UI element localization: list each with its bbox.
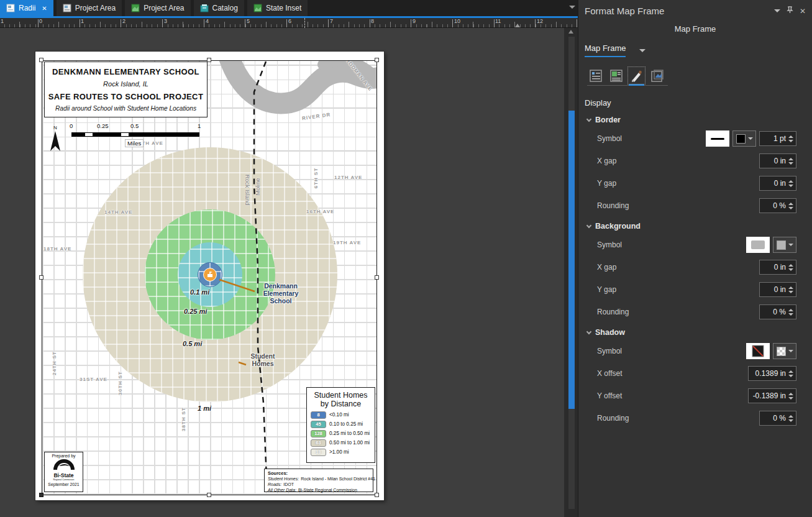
background-xgap-label: X gap [597, 263, 759, 272]
ruler-mark: 12 [537, 18, 543, 24]
layout-canvas[interactable]: 0.1 mi 0.25 mi 0.5 mi 1 mi Denkmann Elem… [0, 28, 564, 517]
ruler-mark: 9 [413, 18, 416, 24]
shadow-color-dropdown[interactable] [773, 343, 796, 359]
shadow-expander[interactable]: Shadow [587, 328, 812, 337]
spinner-arrows[interactable] [788, 135, 796, 142]
selection-handle-top-mid[interactable] [207, 58, 211, 62]
background-symbol-row: Symbol [597, 237, 796, 253]
spinner-arrows[interactable] [788, 370, 796, 377]
spinner-arrows[interactable] [788, 309, 796, 316]
source-key: Roads: [268, 482, 281, 487]
scale-bar-graphic [71, 132, 199, 137]
doc-tab-project-area-layout[interactable]: Project Area [57, 0, 122, 16]
background-rounding-input[interactable]: 0 % [759, 304, 796, 319]
map-project-title: SAFE ROUTES TO SCHOOL PROJECT [48, 92, 204, 101]
ring-label: 0.25 mi [184, 308, 207, 315]
layout-page: 0.1 mi 0.25 mi 0.5 mi 1 mi Denkmann Elem… [35, 52, 384, 500]
border-rounding-label: Rounding [597, 201, 759, 210]
border-expander[interactable]: Border [587, 116, 812, 124]
selection-handle-mid-left[interactable] [39, 275, 43, 280]
close-pane-icon[interactable]: ✕ [800, 7, 806, 16]
selection-handle-top-left[interactable] [39, 58, 43, 62]
border-xgap-input[interactable]: 0 in [759, 153, 796, 168]
spinner-arrows[interactable] [788, 393, 796, 400]
border-ygap-value: 0 in [760, 179, 788, 188]
border-rounding-input[interactable]: 0 % [759, 198, 796, 213]
selection-handle-top-right[interactable] [375, 58, 379, 62]
legend-box: Student Homes by Distance 8 <0.10 mi 45 … [306, 387, 375, 463]
border-width-input[interactable]: 1 pt [759, 131, 796, 146]
ruler-mark: 7 [330, 18, 333, 24]
color-chip-no-color [777, 347, 786, 356]
spinner-arrows[interactable] [788, 203, 796, 209]
pin-icon[interactable] [787, 6, 793, 16]
collapse-chevron-icon [586, 116, 591, 121]
spinner-arrows[interactable] [788, 264, 796, 271]
doc-tab-project-area-map[interactable]: Project Area [125, 0, 190, 16]
background-color-dropdown[interactable] [773, 237, 796, 253]
background-ygap-row: Y gap 0 in [597, 281, 796, 298]
border-symbol-button[interactable] [706, 130, 729, 147]
map-title-block: DENKMANN ELEMENTARY SCHOOL Rock Island, … [44, 62, 208, 117]
ruler-mark: 10 [454, 18, 460, 24]
border-color-dropdown[interactable] [732, 130, 756, 147]
student-homes-line: Student [242, 353, 283, 360]
color-chip-black [736, 134, 746, 144]
horizontal-ruler: 1 0 1 2 3 4 5 6 7 8 9 10 11 12 [0, 18, 578, 28]
shadow-xoffset-row: X offset 0.1389 in [597, 365, 796, 382]
credit-date: September 2021 [45, 482, 83, 487]
school-point-marker [203, 268, 217, 281]
sources-heading: Sources: [268, 470, 370, 476]
map-title: DENKMANN ELEMENTARY SCHOOL [52, 67, 199, 76]
display-section-heading: Display [585, 98, 812, 108]
shadow-yoffset-input[interactable]: -0.1389 in [748, 388, 796, 403]
doc-tab-state-inset[interactable]: State Inset [247, 0, 308, 16]
ruler-mark: 4 [206, 18, 209, 24]
background-xgap-row: X gap 0 in [597, 259, 796, 275]
background-expander[interactable]: Background [587, 222, 812, 231]
selection-handle-bottom-left[interactable] [39, 493, 43, 497]
spinner-arrows[interactable] [788, 415, 796, 422]
shadow-rounding-input[interactable]: 0 % [759, 411, 796, 426]
layout-view-area: Radii ✕ Project Area Project Area Catal [0, 0, 578, 517]
shadow-symbol-button[interactable] [746, 343, 770, 359]
map-frame[interactable]: 0.1 mi 0.25 mi 0.5 mi 1 mi Denkmann Elem… [42, 60, 377, 495]
spinner-arrows[interactable] [788, 180, 796, 187]
shadow-xoffset-value: 0.1389 in [749, 369, 788, 378]
spinner-arrows[interactable] [788, 286, 796, 293]
pane-menu-icon[interactable] [774, 9, 780, 12]
tab-list-dropdown-icon[interactable] [569, 6, 575, 9]
north-arrow: N [48, 125, 62, 155]
spinner-arrows[interactable] [788, 158, 796, 165]
student-homes-callout-label: Student Homes [242, 353, 283, 368]
vertical-scrollbar[interactable] [564, 28, 578, 517]
sources-line: Roads:IDOT [268, 482, 370, 487]
background-symbol-button[interactable] [746, 237, 770, 253]
legend-swatch: 45 [311, 421, 326, 428]
legend-label: 0.10 to 0.25 mi [329, 421, 363, 427]
background-xgap-input[interactable]: 0 in [759, 260, 796, 275]
selection-handle-mid-right[interactable] [375, 275, 379, 280]
tab-placement-icon[interactable] [649, 67, 665, 84]
tab-map-frame-options-icon[interactable] [608, 67, 624, 84]
element-selector[interactable]: Map Frame [585, 43, 645, 57]
legend-label: 0.50 mi to 1.00 mi [329, 440, 370, 446]
tab-display-symbol-icon[interactable] [628, 67, 645, 84]
doc-tab-catalog[interactable]: Catalog [194, 0, 244, 16]
source-key: All Other Data: [268, 488, 296, 492]
background-ygap-input[interactable]: 0 in [759, 282, 796, 297]
selection-handle-bottom-mid[interactable] [207, 493, 211, 497]
tab-options-icon[interactable] [587, 67, 604, 84]
scrollbar-thumb[interactable] [568, 111, 575, 409]
background-rounding-label: Rounding [597, 308, 759, 316]
doc-tab-radii[interactable]: Radii ✕ [0, 0, 53, 16]
shadow-xoffset-input[interactable]: 0.1389 in [748, 366, 796, 381]
border-ygap-input[interactable]: 0 in [759, 176, 796, 191]
school-icon [206, 271, 214, 278]
ring-label: 1 mi [198, 405, 211, 412]
selection-handle-bottom-right[interactable] [375, 493, 379, 497]
legend-title-line: Student Homes [311, 391, 371, 400]
border-rounding-row: Rounding 0 % [597, 198, 796, 214]
scroll-up-arrow-icon[interactable] [568, 30, 573, 34]
close-tab-icon[interactable]: ✕ [42, 5, 47, 12]
